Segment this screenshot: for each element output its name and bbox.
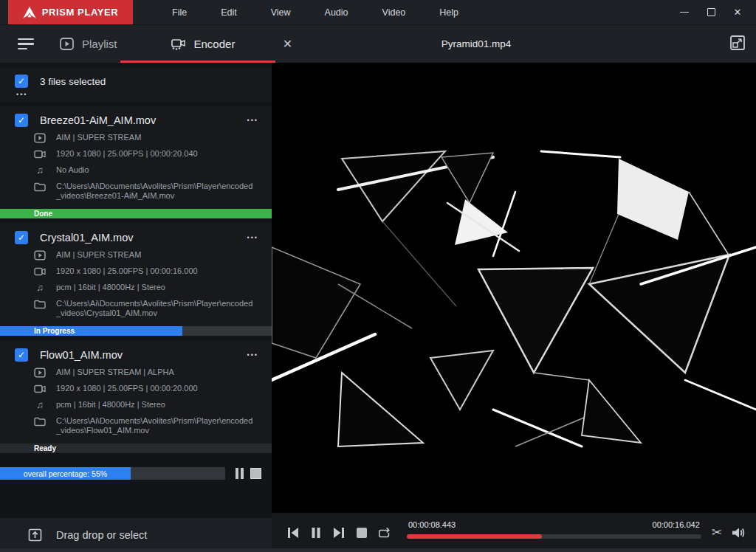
audio-icon: ♫ — [34, 400, 46, 410]
prism-logo-icon — [23, 7, 36, 18]
file-status-label: Ready — [0, 444, 272, 453]
overall-progress-label: overall percentage: 55% — [24, 469, 107, 478]
tab-encoder-label: Encoder — [194, 38, 236, 50]
fullscreen-icon[interactable] — [729, 35, 746, 51]
stream-icon — [34, 133, 46, 143]
minimize-icon — [680, 12, 689, 13]
file-name: Crystal01_AIM.mov — [40, 232, 236, 244]
menu-view[interactable]: View — [254, 1, 308, 24]
stop-button[interactable] — [355, 526, 368, 539]
video-camera-icon — [34, 266, 46, 277]
menu-edit[interactable]: Edit — [204, 1, 254, 24]
seek-track[interactable] — [407, 534, 701, 539]
audio-info: pcm | 16bit | 48000Hz | Stereo — [56, 400, 165, 410]
seek-progress — [407, 534, 542, 539]
tab-bar: Playlist Encoder ✕ Pyramid01.mp4 — [0, 24, 756, 63]
encoder-icon — [171, 38, 186, 51]
file-card-breeze: ✓ Breeze01-AiM_AIM.mov ••• AIM | SUPER S… — [0, 106, 272, 218]
transport-bar: 00:00:08.443 00:00:16.042 ✂ — [272, 513, 756, 552]
overall-progress-bar: overall percentage: 55% — [0, 467, 225, 480]
tab-encoder[interactable]: Encoder — [163, 25, 243, 63]
tab-playlist-label: Playlist — [82, 38, 117, 50]
file-checkbox[interactable]: ✓ — [15, 348, 28, 362]
file-card-flow: ✓ Flow01_AIM.mov ••• AIM | SUPER STREAM … — [0, 341, 272, 453]
file-path: C:\Users\Ai\Documents\Avolites\Prism\Pla… — [56, 299, 257, 318]
main-content: ✓ 3 files selected ••• ✓ Breeze01-AiM_AI… — [0, 63, 756, 552]
encode-pause-button[interactable] — [236, 468, 244, 479]
stream-icon — [34, 250, 46, 261]
drag-drop-zone[interactable]: Drag drop or select — [0, 518, 272, 552]
previous-button[interactable] — [286, 526, 300, 539]
volume-icon[interactable] — [731, 526, 746, 539]
upload-icon — [28, 528, 42, 542]
menu-bar: File Edit View Audio Video Help — [155, 1, 475, 24]
video-frame[interactable] — [272, 63, 756, 513]
selection-count-label: 3 files selected — [40, 76, 106, 87]
file-menu-button[interactable]: ••• — [247, 351, 258, 359]
total-time: 00:00:16.042 — [653, 520, 700, 529]
file-path: C:\Users\Ai\Documents\Avolites\Prism\Pla… — [56, 416, 257, 435]
menu-audio[interactable]: Audio — [308, 1, 365, 24]
encoder-panel: ✓ 3 files selected ••• ✓ Breeze01-AiM_AI… — [0, 63, 272, 552]
maximize-icon — [707, 8, 715, 16]
hamburger-menu-icon[interactable] — [18, 38, 34, 50]
audio-icon: ♫ — [34, 165, 46, 176]
maximize-button[interactable] — [703, 4, 719, 21]
encode-stop-button[interactable] — [250, 468, 261, 479]
app-window: PRISM PLAYER File Edit View Audio Video … — [0, 0, 756, 552]
app-name: PRISM PLAYER — [42, 7, 119, 18]
close-button[interactable]: ✕ — [729, 4, 746, 21]
file-menu-button[interactable]: ••• — [247, 117, 258, 124]
file-status-label: Done — [0, 209, 272, 218]
file-path: C:\Users\Ai\Documents\Avolites\Prism\Pla… — [56, 182, 257, 201]
loop-button[interactable] — [378, 526, 391, 539]
video-camera-icon — [34, 384, 46, 394]
video-info: 1920 x 1080 | 25.00FPS | 00:00:20.000 — [56, 384, 198, 393]
pause-button[interactable] — [309, 526, 323, 539]
file-menu-button[interactable]: ••• — [247, 234, 258, 241]
audio-info: No Audio — [56, 165, 89, 175]
seek-timeline[interactable]: 00:00:08.443 00:00:16.042 — [407, 520, 701, 545]
folder-icon — [34, 416, 46, 427]
selection-header: ✓ 3 files selected ••• — [0, 68, 272, 101]
stream-info: AIM | SUPER STREAM — [56, 133, 141, 142]
menu-video[interactable]: Video — [365, 1, 423, 24]
file-name: Flow01_AIM.mov — [40, 349, 236, 361]
stream-icon — [34, 368, 46, 378]
drag-drop-label: Drag drop or select — [56, 529, 147, 541]
file-progress-bar: Ready — [0, 444, 272, 453]
stream-info: AIM | SUPER STREAM | ALPHA — [56, 368, 174, 377]
file-progress-bar: In Progress — [0, 326, 272, 336]
menu-help[interactable]: Help — [422, 1, 475, 24]
file-checkbox[interactable]: ✓ — [15, 231, 28, 244]
select-all-checkbox[interactable]: ✓ — [15, 75, 28, 88]
minimize-button[interactable] — [676, 4, 693, 21]
tab-close-icon[interactable]: ✕ — [278, 37, 297, 51]
audio-info: pcm | 16bit | 48000Hz | Stereo — [56, 283, 165, 292]
video-player-area: 00:00:08.443 00:00:16.042 ✂ — [272, 63, 756, 552]
tab-playlist[interactable]: Playlist — [52, 25, 125, 63]
file-card-crystal: ✓ Crystal01_AIM.mov ••• AIM | SUPER STRE… — [0, 224, 272, 336]
video-title: Pyramid01.mp4 — [399, 38, 554, 49]
app-logo: PRISM PLAYER — [8, 0, 133, 24]
window-controls: ✕ — [676, 4, 756, 21]
file-status-label: In Progress — [0, 326, 182, 336]
window-bottom-edge — [0, 548, 756, 552]
menu-file[interactable]: File — [155, 1, 204, 24]
file-progress-bar: Done — [0, 209, 272, 218]
selection-menu-button[interactable]: ••• — [0, 88, 272, 98]
folder-icon — [34, 299, 46, 309]
video-camera-icon — [34, 149, 46, 159]
video-info: 1920 x 1080 | 25.00FPS | 00:00:16.000 — [56, 266, 198, 276]
trim-scissors-icon[interactable]: ✂ — [712, 526, 722, 539]
playlist-icon — [60, 38, 74, 50]
video-info: 1920 x 1080 | 25.00FPS | 00:00:20.040 — [56, 149, 198, 159]
audio-icon: ♫ — [34, 283, 46, 293]
current-time: 00:00:08.443 — [408, 520, 456, 529]
stream-info: AIM | SUPER STREAM — [56, 250, 141, 260]
file-name: Breeze01-AiM_AIM.mov — [40, 114, 236, 126]
next-button[interactable] — [332, 526, 346, 539]
file-checkbox[interactable]: ✓ — [15, 114, 28, 127]
title-bar: PRISM PLAYER File Edit View Audio Video … — [0, 0, 756, 24]
active-tab-underline — [120, 61, 275, 63]
